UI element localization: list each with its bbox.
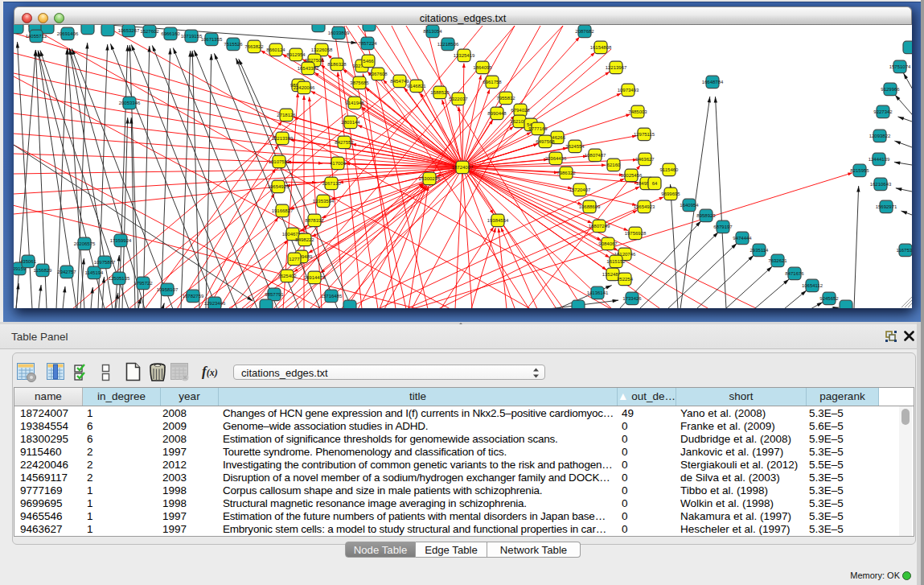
svg-text:17359924: 17359924 xyxy=(110,238,132,243)
svg-text:1167533: 1167533 xyxy=(897,248,912,253)
svg-text:1588520: 1588520 xyxy=(430,90,450,95)
svg-text:6966160: 6966160 xyxy=(161,31,180,36)
svg-text:12213389: 12213389 xyxy=(272,136,294,141)
svg-text:16154808: 16154808 xyxy=(590,45,612,50)
svg-text:6879197: 6879197 xyxy=(713,225,733,229)
svg-text:1640954: 1640954 xyxy=(680,203,699,208)
svg-text:16648784: 16648784 xyxy=(702,80,724,84)
svg-text:10688609: 10688609 xyxy=(579,204,601,209)
svg-text:9084067: 9084067 xyxy=(598,241,618,246)
svg-text:6497568: 6497568 xyxy=(536,139,555,144)
svg-text:13226058: 13226058 xyxy=(311,47,333,52)
svg-text:1733426: 1733426 xyxy=(622,296,642,301)
svg-text:64: 64 xyxy=(652,181,658,186)
svg-text:15751074: 15751074 xyxy=(889,64,911,69)
svg-text:8990448: 8990448 xyxy=(487,111,507,116)
svg-text:18724007: 18724007 xyxy=(452,165,474,170)
svg-text:9463627: 9463627 xyxy=(635,157,655,162)
svg-text:16033809: 16033809 xyxy=(328,31,350,35)
svg-text:7515526: 7515526 xyxy=(224,42,243,47)
svg-text:1864095: 1864095 xyxy=(473,65,492,70)
svg-text:2367608: 2367608 xyxy=(368,72,388,76)
svg-text:13325419: 13325419 xyxy=(454,53,475,58)
svg-text:15720407: 15720407 xyxy=(569,187,591,192)
svg-text:9699695: 9699695 xyxy=(661,192,680,196)
svg-text:7857224: 7857224 xyxy=(358,41,377,46)
svg-text:12923446: 12923446 xyxy=(204,301,226,306)
svg-text:7632621: 7632621 xyxy=(768,258,787,263)
svg-text:9141948: 9141948 xyxy=(345,101,364,105)
svg-text:3267130: 3267130 xyxy=(322,181,341,186)
svg-text:1277: 1277 xyxy=(289,257,300,262)
svg-text:10653267: 10653267 xyxy=(118,28,140,33)
svg-text:435061: 435061 xyxy=(20,259,37,264)
svg-text:3624554: 3624554 xyxy=(565,144,585,149)
svg-text:10025456: 10025456 xyxy=(621,173,643,178)
svg-text:14055712: 14055712 xyxy=(26,34,47,39)
svg-text:16210643: 16210643 xyxy=(870,182,892,187)
svg-text:22420046: 22420046 xyxy=(294,85,315,90)
svg-text:10973493: 10973493 xyxy=(618,88,639,93)
svg-text:20053346: 20053346 xyxy=(119,101,141,105)
svg-text:8912954: 8912954 xyxy=(286,52,306,57)
svg-text:19654923: 19654923 xyxy=(634,204,655,209)
svg-text:10671355: 10671355 xyxy=(201,37,223,42)
svg-text:2718126: 2718126 xyxy=(277,113,296,117)
svg-text:5498222: 5498222 xyxy=(295,237,314,242)
svg-text:2935114: 2935114 xyxy=(750,248,770,253)
svg-text:10958107: 10958107 xyxy=(157,287,179,292)
svg-text:6961758: 6961758 xyxy=(483,80,502,84)
svg-text:16914479: 16914479 xyxy=(304,275,326,280)
svg-text:7986322: 7986322 xyxy=(556,171,576,175)
svg-text:10975887: 10975887 xyxy=(94,260,116,265)
svg-text:1615152: 1615152 xyxy=(606,259,626,264)
svg-text:15716485: 15716485 xyxy=(321,294,343,299)
svg-text:9146821: 9146821 xyxy=(407,84,426,89)
svg-text:3875685: 3875685 xyxy=(350,80,369,85)
svg-text:12444139: 12444139 xyxy=(869,157,890,162)
svg-text:2342757: 2342757 xyxy=(57,270,76,274)
svg-text:9474444: 9474444 xyxy=(733,236,752,241)
svg-text:18807249: 18807249 xyxy=(589,224,610,229)
svg-text:7955812: 7955812 xyxy=(496,96,515,101)
svg-text:9115460: 9115460 xyxy=(660,167,680,172)
svg-text:10107552: 10107552 xyxy=(269,159,290,164)
svg-text:20691406: 20691406 xyxy=(57,31,79,36)
svg-text:8471676: 8471676 xyxy=(785,271,804,276)
svg-text:9129966: 9129966 xyxy=(881,87,900,92)
svg-text:8878332: 8878332 xyxy=(305,218,324,223)
svg-text:13353594: 13353594 xyxy=(313,199,335,204)
svg-text:8186328: 8186328 xyxy=(327,62,347,67)
svg-text:1156829: 1156829 xyxy=(34,268,53,273)
svg-text:7663822: 7663822 xyxy=(244,44,264,49)
svg-text:12093822: 12093822 xyxy=(869,134,891,138)
svg-text:9227342: 9227342 xyxy=(873,109,893,114)
svg-text:5466: 5466 xyxy=(363,59,374,64)
svg-text:9857791: 9857791 xyxy=(265,292,284,297)
svg-text:8660124: 8660124 xyxy=(266,47,285,52)
svg-text:1145194: 1145194 xyxy=(85,270,105,275)
svg-text:252254: 252254 xyxy=(617,277,634,282)
svg-text:19166827: 19166827 xyxy=(272,208,294,213)
svg-text:12975115: 12975115 xyxy=(634,132,655,137)
svg-text:7485003: 7485003 xyxy=(628,109,647,114)
svg-text:19756928: 19756928 xyxy=(625,231,647,236)
svg-text:1527602: 1527602 xyxy=(140,29,159,34)
svg-text:2087682: 2087682 xyxy=(575,29,594,34)
svg-text:8958923: 8958923 xyxy=(696,213,716,218)
svg-text:16782759: 16782759 xyxy=(183,294,204,299)
svg-text:8215955: 8215955 xyxy=(850,168,869,173)
svg-text:5322037: 5322037 xyxy=(449,97,468,101)
svg-text:10719155: 10719155 xyxy=(181,34,203,39)
svg-text:20364436: 20364436 xyxy=(545,156,567,161)
svg-text:12218506: 12218506 xyxy=(437,42,459,47)
svg-text:10807487: 10807487 xyxy=(585,153,606,158)
svg-text:25300275: 25300275 xyxy=(419,176,441,181)
svg-text:2803144: 2803144 xyxy=(341,120,360,125)
svg-text:1795722: 1795722 xyxy=(133,281,153,286)
svg-text:10654112: 10654112 xyxy=(802,283,823,288)
svg-text:62160: 62160 xyxy=(607,163,621,167)
svg-text:14136141: 14136141 xyxy=(587,290,609,295)
svg-text:15692971: 15692971 xyxy=(876,204,897,209)
svg-text:9245652: 9245652 xyxy=(819,296,839,301)
